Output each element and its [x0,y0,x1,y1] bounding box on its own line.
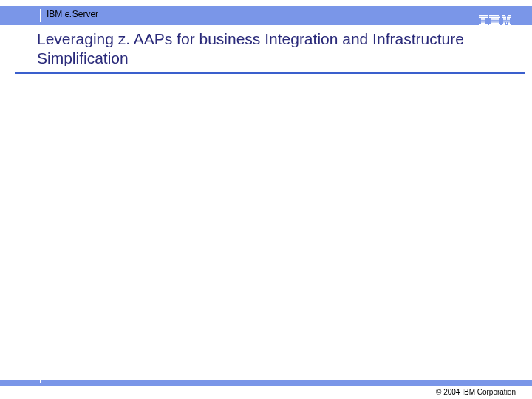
svg-rect-0 [479,15,488,16]
svg-rect-11 [491,22,499,24]
svg-rect-7 [489,15,499,16]
banner-brand-text: IBM e.Server [47,10,98,18]
title-container: Leveraging z. AAPs for business Integrat… [37,30,495,69]
svg-rect-27 [508,27,511,28]
footer-bar [0,380,532,386]
svg-rect-10 [491,21,499,22]
svg-rect-15 [508,15,511,16]
top-banner: IBM e.Server [0,6,532,25]
svg-rect-3 [481,21,485,22]
svg-rect-23 [508,22,510,24]
footer-divider [40,373,41,383]
svg-rect-5 [479,24,488,26]
copyright-text: © 2004 IBM Corporation [436,388,516,396]
svg-rect-6 [479,27,488,28]
product-prefix: e. [65,9,72,19]
svg-rect-21 [503,22,505,24]
svg-rect-1 [479,17,488,18]
svg-rect-20 [503,21,510,22]
product-suffix: Server [72,9,98,19]
ibm-logo-icon [479,15,511,31]
svg-rect-22 [506,22,507,24]
svg-rect-12 [489,24,500,26]
title-underline [15,72,525,74]
svg-rect-18 [503,18,506,20]
svg-rect-13 [489,27,499,28]
brand-name: IBM [47,9,62,19]
product-name: e.Server [65,9,98,19]
svg-rect-17 [507,17,511,18]
slide-title: Leveraging z. AAPs for business Integrat… [37,30,495,69]
slide: IBM e.Server [0,0,532,399]
svg-rect-25 [508,24,511,26]
svg-rect-26 [502,27,505,28]
svg-rect-16 [502,17,506,18]
svg-rect-14 [502,15,505,16]
svg-rect-19 [507,18,510,20]
svg-rect-4 [481,22,485,24]
banner-divider [40,9,41,22]
svg-rect-2 [481,18,485,20]
ibm-logo-svg [479,15,511,28]
svg-rect-9 [491,18,499,20]
svg-rect-8 [489,17,500,18]
svg-rect-24 [502,24,505,26]
